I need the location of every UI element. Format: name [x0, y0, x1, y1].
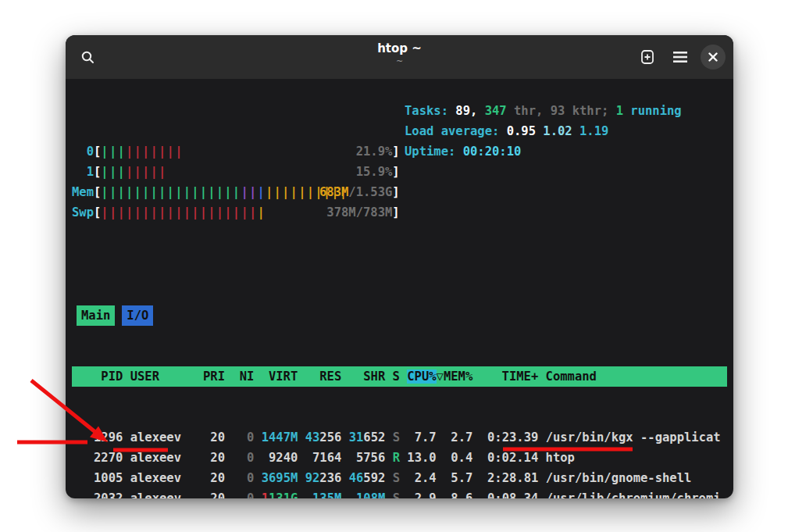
- hamburger-icon: [673, 52, 687, 62]
- text-segment: 1.19: [579, 124, 608, 138]
- meter-label: 0: [72, 141, 94, 162]
- text-segment: [254, 471, 261, 485]
- text-segment: ||: [241, 185, 257, 199]
- text-segment: 3695M: [262, 471, 298, 485]
- text-segment: [385, 430, 392, 445]
- uptime-line: Uptime: 00:20:10: [405, 141, 682, 162]
- menu-button[interactable]: [668, 45, 693, 70]
- meter-bracket: ]: [392, 182, 399, 202]
- text-segment: 2270 alexeev 20: [72, 451, 232, 465]
- text-segment: 43: [305, 430, 320, 445]
- text-segment: 0.95: [507, 124, 544, 138]
- meter-bracket: ]: [392, 162, 399, 182]
- text-segment: R: [393, 451, 400, 465]
- text-segment: 131G: [269, 491, 298, 498]
- text-segment: running: [630, 104, 681, 118]
- meter-bracket: ]: [392, 141, 399, 162]
- text-segment: 1447M: [262, 430, 298, 445]
- text-segment: 92: [305, 471, 320, 485]
- text-segment: [341, 430, 348, 445]
- text-segment: 1005 alexeev 20: [72, 471, 232, 485]
- text-segment: [298, 491, 312, 498]
- text-segment: [341, 491, 356, 498]
- meter-bracket: [: [94, 202, 101, 223]
- tab-io[interactable]: I/O: [122, 305, 153, 326]
- process-row[interactable]: 1296 alexeev 20 0 1447M 43256 31652 S 7.…: [72, 427, 727, 448]
- window-title: htop ~: [66, 41, 733, 56]
- meter-value: 15.9%: [356, 162, 393, 182]
- meter-bracket: [: [94, 162, 101, 182]
- text-segment: 592: [363, 471, 385, 485]
- close-button[interactable]: [701, 45, 726, 70]
- terminal: 0[||||||||||21.9%] 1[||||||||15.9%]Mem[|…: [66, 79, 733, 498]
- meter-value: 683M/1.53G: [319, 182, 392, 202]
- text-segment: PID USER PRI NI VIRT RES SHR S: [72, 370, 407, 384]
- text-segment: [254, 430, 261, 445]
- meter-value: 21.9%: [356, 141, 393, 162]
- window-subtitle: ~: [66, 56, 733, 67]
- text-segment: 21.9%: [356, 145, 393, 159]
- text-segment: 378M/783M: [326, 205, 392, 220]
- text-segment: 46: [349, 471, 364, 485]
- text-segment: S: [393, 491, 400, 498]
- text-segment: 2.4 5.7 2:28.81 /usr/bin/gnome-shell: [400, 471, 691, 485]
- text-segment: |: [257, 185, 266, 199]
- text-segment: |||||: [126, 165, 167, 179]
- meter-label: 1: [72, 162, 94, 182]
- meter-label: Mem: [72, 182, 94, 202]
- text-segment: 2032 alexeev 20: [72, 491, 232, 498]
- text-segment: 2.9 8.6 0:08.34 /usr/lib/chromium/chromi: [400, 491, 721, 498]
- screen-tabs: MainI/O: [72, 305, 727, 326]
- new-tab-button[interactable]: [635, 45, 660, 70]
- meter-track: ||||||||||21.9%: [101, 141, 392, 162]
- text-segment: |||||||||||||||||||: [101, 205, 257, 220]
- meter-track: ||||||||15.9%: [101, 162, 392, 182]
- text-segment: [385, 471, 392, 485]
- process-row[interactable]: 2270 alexeev 20 0 9240 7164 5756 R 13.0 …: [72, 448, 727, 468]
- text-segment: 683M: [319, 185, 348, 199]
- text-segment: 15.9%: [356, 165, 393, 179]
- text-segment: 00:20:10: [463, 145, 522, 159]
- text-segment: 347: [485, 104, 514, 118]
- process-table-header[interactable]: PID USER PRI NI VIRT RES SHR S CPU%▽MEM%…: [72, 366, 727, 387]
- titlebar: htop ~ ~: [66, 35, 733, 79]
- text-segment: |||||||||||||||||: [101, 185, 241, 199]
- text-segment: |||||||: [126, 145, 184, 159]
- search-icon: [81, 51, 94, 64]
- text-segment: Uptime:: [405, 145, 463, 159]
- text-segment: 31: [349, 430, 364, 445]
- text-segment: [385, 491, 392, 498]
- text-segment: 236: [319, 471, 341, 485]
- text-segment: 0: [232, 491, 254, 498]
- meter-track: ||||||||||||||||||||||||||||||683M/1.53G: [101, 182, 392, 202]
- swap-meter: Swp[||||||||||||||||||||378M/783M]: [72, 202, 727, 223]
- text-segment: 7.7 2.7 0:23.39 /usr/bin/kgx --gapplicat: [400, 430, 721, 445]
- meter-label: Swp: [72, 202, 94, 223]
- search-button[interactable]: [75, 45, 100, 70]
- text-segment: S: [393, 430, 400, 445]
- tab-main[interactable]: Main: [77, 305, 115, 326]
- text-segment: 1: [262, 491, 269, 498]
- text-segment: [341, 471, 348, 485]
- text-segment: 135M: [312, 491, 341, 498]
- process-row[interactable]: 1005 alexeev 20 0 3695M 92236 46592 S 2.…: [72, 468, 727, 488]
- text-segment: Load average:: [405, 124, 507, 138]
- text-segment: 108M: [356, 491, 385, 498]
- text-segment: 89,: [455, 104, 484, 118]
- meter-bracket: [: [94, 141, 101, 162]
- text-segment: [254, 491, 261, 498]
- meter-track: ||||||||||||||||||||378M/783M: [101, 202, 392, 223]
- meter-bracket: [: [94, 182, 101, 202]
- new-tab-icon: [640, 49, 655, 65]
- text-segment: |||: [101, 165, 126, 179]
- text-segment: 1: [616, 104, 631, 118]
- tasks-line: Tasks: 89, 347 thr, 93 kthr; 1 running: [405, 101, 682, 121]
- memory-meter: Mem[||||||||||||||||||||||||||||||683M/1…: [72, 182, 727, 202]
- text-segment: thr, 93 kthr;: [514, 104, 616, 118]
- process-row[interactable]: 2032 alexeev 20 0 1131G 135M 108M S 2.9 …: [72, 488, 727, 498]
- text-segment: 9240 7164 5756: [254, 451, 392, 465]
- text-segment: [298, 430, 305, 445]
- meter-bracket: ]: [392, 202, 399, 223]
- load-average-line: Load average: 0.95 1.02 1.19: [405, 121, 682, 141]
- text-segment: 13.0 0.4 0:02.14 htop: [400, 451, 575, 465]
